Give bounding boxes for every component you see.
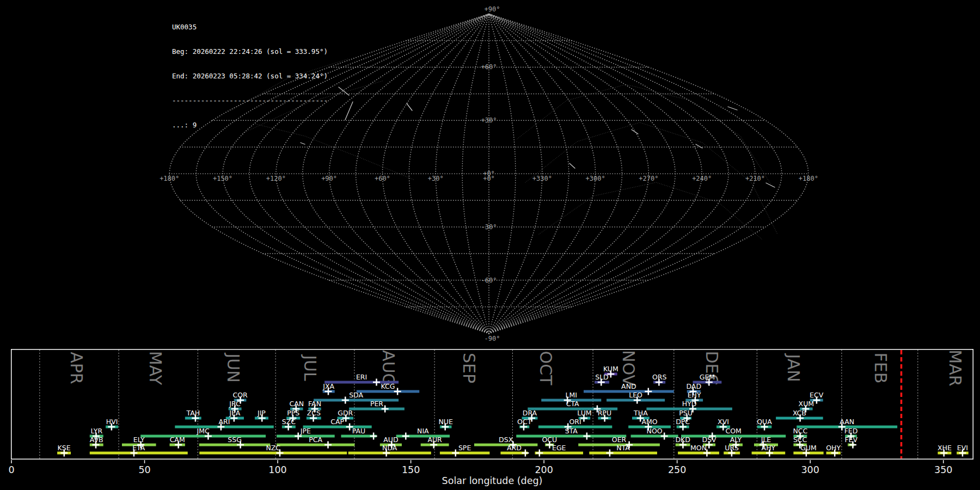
meteor-trail [728, 107, 737, 110]
month-label: JUL [301, 354, 320, 381]
shower-label-HYD: HYD [682, 400, 697, 408]
shower-label-PAU: PAU [352, 427, 365, 435]
meteor-trail [632, 130, 638, 134]
separator-line: -------------------------------------- [172, 96, 328, 105]
shower-label-SSG: SSG [228, 436, 242, 444]
shower-label-ELY: ELY [133, 436, 145, 444]
shower-label-JLE: JLE [761, 436, 771, 444]
longitude-label: +0° [483, 175, 495, 182]
shower-label-FED: FED [844, 427, 858, 435]
x-tick-label: 300 [801, 464, 819, 475]
peak-marker-KCG [394, 388, 401, 395]
shower-label-LUM: LUM [577, 409, 591, 417]
timeline-chart: APRMAYJUNJULAUGSEPOCTNOVDECJANFEBMARKUME… [8, 350, 973, 486]
x-tick-label: 150 [402, 464, 420, 475]
shower-label-TAH: TAH [186, 409, 200, 417]
meteor-trail [339, 87, 349, 95]
shower-label-JEA: JEA [229, 409, 241, 417]
month-label: APR [67, 352, 86, 384]
peak-marker-SDA [342, 397, 349, 404]
shower-label-PER: PER [370, 400, 383, 408]
plot-canvas: +90°-90°+60°+30°+0°-30°-60°+180°+150°+12… [0, 0, 980, 490]
shower-label-JIP: JIP [257, 409, 266, 417]
shower-bar-JMC [140, 435, 266, 438]
shower-label-THA: THA [633, 409, 648, 417]
shower-bar-JPE [277, 435, 335, 438]
shower-label-NOO: NOO [647, 427, 663, 435]
longitude-label: +60° [375, 175, 390, 182]
peak-marker-STA [583, 433, 590, 440]
latitude-label: -60° [481, 277, 497, 284]
shower-label-JMC: JMC [197, 427, 210, 435]
meteor-count: ...: 9 [172, 121, 328, 129]
shower-bar-DSX [474, 444, 537, 446]
peak-marker-PAU [370, 433, 377, 440]
screenshot-root: +90°-90°+60°+30°+0°-30°-60°+180°+150°+12… [0, 0, 980, 490]
shower-bar-NTA [589, 452, 657, 455]
peak-marker-AND [645, 388, 652, 395]
peak-marker-ARD [522, 450, 529, 457]
shower-label-LYR: LYR [90, 427, 102, 435]
peak-marker-NIA [402, 433, 409, 440]
shower-label-ORI: ORI [569, 418, 581, 426]
shower-label-DRA: DRA [523, 409, 537, 417]
shower-label-EHY: EHY [688, 391, 701, 399]
pole-label-north: +90° [485, 5, 500, 13]
shower-label-ECV: ECV [810, 391, 824, 399]
shower-label-OCT: OCT [517, 418, 532, 426]
shower-label-XUM: XUM [799, 400, 814, 408]
meteor-trail [345, 102, 353, 120]
session-end: End: 20260223 05:28:42 (sol = 334.24°) [172, 72, 328, 80]
shower-label-CAN: CAN [289, 400, 304, 408]
shower-bar-MON [678, 452, 719, 455]
longitude-label: +180° [799, 175, 818, 182]
shower-label-ETA: ETA [132, 444, 145, 452]
x-tick-label: 250 [668, 464, 686, 475]
shower-label-NZC: NZC [266, 444, 280, 452]
shower-label-PPS: PPS [287, 409, 299, 417]
month-label: AUG [379, 350, 398, 386]
shower-bar-KCG [357, 390, 419, 393]
shower-label-OCU: OCU [542, 436, 558, 444]
shower-label-JXA: JXA [322, 382, 334, 390]
shower-label-DSX: DSX [499, 436, 513, 444]
x-tick-label: 100 [268, 464, 286, 475]
shower-label-KCG: KCG [381, 382, 395, 390]
shower-label-FAN: FAN [308, 400, 321, 408]
shower-label-DPC: DPC [676, 418, 690, 426]
shower-label-COM: COM [725, 427, 741, 435]
shower-label-ZCS: ZCS [307, 409, 321, 417]
shower-label-NUE: NUE [438, 418, 452, 426]
longitude-label: +240° [692, 175, 712, 182]
x-tick-label: 350 [934, 464, 952, 475]
month-label: FEB [871, 353, 890, 384]
shower-label-SCC: SCC [793, 436, 807, 444]
peak-marker-EGE [536, 450, 543, 457]
month-label: OCT [536, 351, 555, 386]
meridian-line [303, 14, 489, 334]
shower-label-XVI: XVI [718, 418, 729, 426]
x-tick-label: 0 [8, 464, 14, 475]
shower-bar-STA [516, 435, 626, 438]
shower-label-GDR: GDR [338, 409, 353, 417]
shower-label-JRC: JRC [229, 400, 241, 408]
session-begin: Beg: 20260222 22:24:26 (sol = 333.95°) [172, 47, 328, 56]
shower-label-RPU: RPU [598, 409, 611, 417]
shower-label-DSV: DSV [702, 436, 717, 444]
shower-label-AVB: AVB [90, 436, 103, 444]
meridian-line [489, 14, 782, 334]
shower-label-NCC: NCC [793, 427, 807, 435]
shower-label-AUD: AUD [383, 436, 398, 444]
shower-label-CAM: CAM [170, 436, 185, 444]
shower-label-AND: AND [621, 382, 636, 390]
shower-label-LEO: LEO [629, 391, 642, 399]
shower-bar-ETA [90, 452, 188, 455]
latitude-label: +60° [481, 63, 497, 71]
month-label: SEP [460, 353, 479, 383]
fov-curve [517, 84, 773, 188]
shower-bar-NZC [199, 452, 347, 455]
shower-label-NIA: NIA [417, 427, 429, 435]
shower-bar-SDA [314, 399, 399, 402]
shower-label-OER: OER [612, 436, 627, 444]
shower-label-NTA: NTA [616, 444, 630, 452]
